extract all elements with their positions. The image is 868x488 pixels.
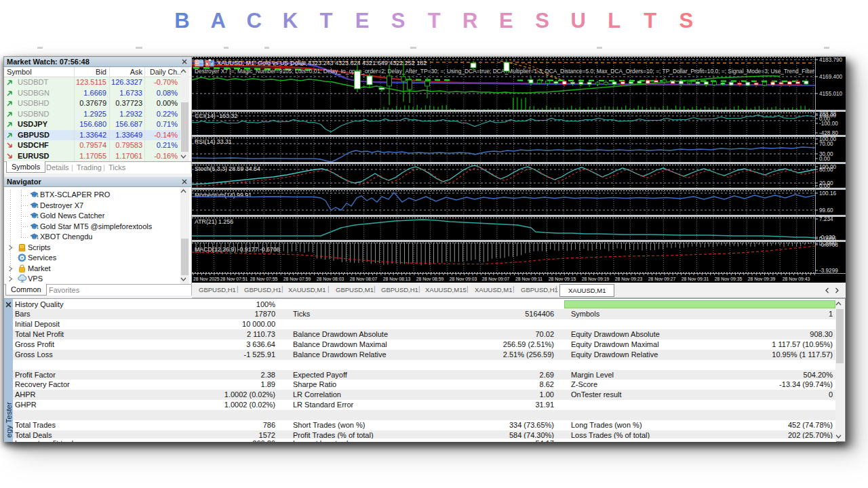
svg-text:28 Nov 08:07: 28 Nov 08:07 bbox=[350, 277, 378, 281]
svg-text:28 Nov 09:27: 28 Nov 09:27 bbox=[648, 277, 676, 281]
svg-text:28 Nov 09:07: 28 Nov 09:07 bbox=[482, 277, 510, 281]
svg-text:-0.6708: -0.6708 bbox=[819, 242, 838, 248]
svg-text:28 Nov 07:51: 28 Nov 07:51 bbox=[220, 277, 248, 281]
svg-text:28 Nov 09:03: 28 Nov 09:03 bbox=[450, 277, 477, 281]
svg-text:28 Nov 09:23: 28 Nov 09:23 bbox=[615, 277, 643, 281]
svg-text:28 Nov 09:31: 28 Nov 09:31 bbox=[682, 277, 709, 281]
svg-text:0.00: 0.00 bbox=[819, 183, 830, 189]
svg-text:28 Nov 09:15: 28 Nov 09:15 bbox=[549, 277, 576, 281]
svg-text:XAUUSD, M1: Gold vs US Dollar: XAUUSD, M1: Gold vs US Dollar 4323.243 4… bbox=[217, 60, 427, 66]
svg-text:28 Nov 08:13: 28 Nov 08:13 bbox=[383, 277, 411, 281]
svg-text:28 Nov 07:55: 28 Nov 07:55 bbox=[250, 277, 278, 281]
svg-text:28 Nov 09:43: 28 Nov 09:43 bbox=[783, 277, 810, 281]
svg-text:28 Nov 09:35: 28 Nov 09:35 bbox=[715, 277, 743, 281]
svg-text:RSI(14) 33.31: RSI(14) 33.31 bbox=[195, 138, 232, 145]
svg-text:0.00: 0.00 bbox=[819, 156, 830, 162]
svg-text:-428.80: -428.80 bbox=[819, 130, 838, 136]
svg-text:CCI(14) -163.32: CCI(14) -163.32 bbox=[195, 113, 237, 119]
svg-text:Destroyer X7 [=; Magic_Number=: Destroyer X7 [=; Magic_Number=9105; Lots… bbox=[195, 68, 846, 75]
svg-text:28 Nov 09:39: 28 Nov 09:39 bbox=[748, 277, 776, 281]
svg-text:28 Nov 08:03: 28 Nov 08:03 bbox=[317, 277, 344, 281]
svg-text:100.16: 100.16 bbox=[819, 190, 836, 197]
svg-text:4169.400: 4169.400 bbox=[819, 74, 843, 80]
svg-text:Momentum(14) 99.91: Momentum(14) 99.91 bbox=[195, 192, 252, 199]
svg-text:99.60: 99.60 bbox=[819, 207, 833, 214]
svg-text:28 Nov 09:11: 28 Nov 09:11 bbox=[515, 277, 542, 281]
svg-text:28 Nov 09:19: 28 Nov 09:19 bbox=[582, 277, 610, 281]
svg-text:4155.010: 4155.010 bbox=[819, 91, 843, 97]
svg-text:28 Nov 07:59: 28 Nov 07:59 bbox=[283, 277, 311, 281]
svg-text:7.234: 7.234 bbox=[819, 216, 833, 222]
svg-text:4183.790: 4183.790 bbox=[819, 57, 843, 63]
svg-text:28 Nov 2025: 28 Nov 2025 bbox=[193, 277, 220, 281]
svg-text:-3.9299: -3.9299 bbox=[819, 268, 838, 274]
svg-text:80.00: 80.00 bbox=[819, 167, 833, 173]
svg-text:28 Nov 08:59: 28 Nov 08:59 bbox=[416, 277, 444, 281]
svg-text:-100.00: -100.00 bbox=[819, 121, 838, 127]
svg-text:Stoch(5,3,3) 28.59 34.54: Stoch(5,3,3) 28.59 34.54 bbox=[195, 165, 260, 172]
svg-text:ATR(21) 1.256: ATR(21) 1.256 bbox=[195, 218, 233, 225]
svg-text:70.00: 70.00 bbox=[819, 141, 833, 147]
